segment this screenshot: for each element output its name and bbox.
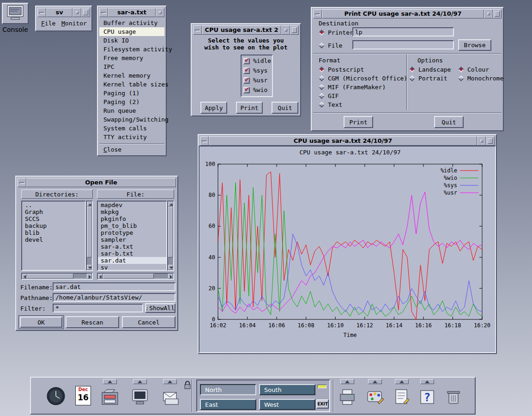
text-editor-icon[interactable] (392, 386, 412, 408)
showall-button[interactable]: ShowAll (145, 303, 175, 313)
option-landscape-diamond[interactable] (409, 67, 415, 73)
file-item[interactable]: pkginfo (98, 215, 166, 222)
file-item[interactable]: prototype (98, 229, 166, 236)
minimize-button[interactable] (477, 136, 486, 146)
directory-item[interactable]: blib (22, 229, 85, 236)
sv-titlebar[interactable]: sv (37, 8, 90, 17)
checkbox-sys-box[interactable] (243, 67, 250, 74)
print-dialog-titlebar[interactable]: Print CPU usage sar-a.txt 24/10/97 (313, 9, 502, 18)
style-manager-icon[interactable] (365, 386, 385, 408)
format-postscript[interactable]: Postscript (320, 66, 364, 73)
format-postscript-diamond[interactable] (319, 67, 325, 73)
directories-vscrollbar[interactable] (86, 201, 93, 271)
file-item[interactable]: sar-b.txt (98, 250, 166, 257)
menu-item-cpu-usage[interactable]: CPU usage (99, 27, 164, 36)
menu-item-buffer-activity[interactable]: Buffer activity (99, 18, 164, 27)
plot-window-titlebar[interactable]: CPU usage sar-a.txt 24/10/97 (200, 136, 495, 146)
window-menu-button[interactable] (313, 9, 322, 18)
file-item[interactable]: mkpkg (98, 208, 166, 215)
menu-item-kernel-table-sizes[interactable]: Kernel table sizes (99, 80, 164, 89)
printer-field[interactable] (352, 27, 454, 37)
directory-item[interactable]: .. (22, 202, 85, 208)
help-icon[interactable]: ? (417, 386, 437, 408)
file-item[interactable]: sv (98, 264, 166, 271)
printer-radio-diamond[interactable] (319, 30, 325, 36)
format-mif[interactable]: MIF (FrameMaker) (320, 84, 386, 91)
maximize-button[interactable] (493, 9, 502, 18)
scroll-thumb[interactable] (87, 207, 92, 257)
minimize-button[interactable] (281, 25, 290, 35)
scroll-down-arrow[interactable] (168, 265, 173, 270)
stat-menu-titlebar[interactable]: sar-a.txt (99, 8, 164, 17)
trash-icon[interactable] (443, 386, 464, 408)
window-menu-button[interactable] (37, 8, 46, 17)
scroll-thumb[interactable] (27, 274, 73, 279)
directory-item[interactable]: SCCS (22, 215, 85, 222)
window-menu-button[interactable] (193, 25, 202, 35)
scroll-thumb[interactable] (103, 274, 154, 279)
mail-icon[interactable] (160, 386, 180, 408)
file-radio[interactable]: File (320, 42, 342, 49)
workspace-north-button[interactable]: North (200, 384, 256, 395)
scroll-right-arrow[interactable] (87, 274, 92, 279)
menu-monitor[interactable]: Monitor (61, 20, 87, 27)
menu-file[interactable]: File (41, 20, 55, 27)
menu-item-kernel-memory[interactable]: Kernel memory (99, 71, 164, 80)
directory-item[interactable]: Graph (22, 208, 85, 215)
format-gif-diamond[interactable] (319, 93, 325, 99)
workspace-east-button[interactable]: East (200, 399, 256, 410)
option-portrait[interactable]: Portrait (410, 75, 447, 82)
maximize-button[interactable] (290, 25, 299, 35)
file-radio-diamond[interactable] (319, 43, 325, 49)
calendar-icon[interactable]: Dec 16 (75, 386, 91, 405)
menu-item-filesystem-activity[interactable]: Filesystem activity (99, 45, 164, 54)
checkbox-wio[interactable]: %wio (243, 86, 267, 93)
ok-button[interactable]: OK (20, 317, 62, 328)
values-dialog-titlebar[interactable]: CPU usage sar-a.txt 2 (193, 25, 299, 35)
checkbox-wio-box[interactable] (243, 87, 250, 93)
file-manager-icon[interactable] (100, 386, 120, 408)
file-item[interactable]: pm_to_blib (98, 222, 166, 229)
files-vscrollbar[interactable] (167, 201, 174, 271)
file-field[interactable] (352, 40, 454, 49)
option-monochrome-diamond[interactable] (458, 75, 464, 81)
open-file-titlebar[interactable]: Open File (18, 178, 176, 187)
browse-button[interactable]: Browse (458, 39, 491, 51)
menu-item-system-calls[interactable]: System calls (99, 124, 164, 133)
scroll-right-arrow[interactable] (168, 274, 173, 279)
checkbox-usr-box[interactable] (243, 77, 250, 84)
filename-field[interactable] (53, 282, 175, 291)
format-cgm-diamond[interactable] (319, 75, 325, 81)
terminal-launcher-icon[interactable] (130, 386, 150, 408)
checkbox-usr[interactable]: %usr (243, 77, 267, 84)
lock-icon[interactable] (182, 379, 193, 391)
file-item-selected[interactable]: sar.dat (98, 257, 166, 264)
files-hscrollbar[interactable] (97, 273, 174, 280)
print-button[interactable]: Print (236, 102, 263, 114)
window-menu-button[interactable] (99, 8, 108, 17)
directories-list[interactable]: .. Graph SCCS backup blib devel (21, 201, 86, 271)
file-item[interactable]: mapdev (98, 202, 166, 208)
print-dialog-print-button[interactable]: Print (344, 116, 373, 128)
menu-item-close[interactable]: Close (99, 145, 164, 154)
workspace-west-button[interactable]: West (259, 399, 315, 410)
format-text-diamond[interactable] (319, 102, 325, 108)
scroll-thumb[interactable] (168, 207, 173, 257)
format-text[interactable]: Text (320, 101, 342, 108)
clock-icon[interactable] (46, 385, 66, 407)
option-colour[interactable]: Colour (459, 66, 489, 73)
apply-button[interactable]: Apply (200, 102, 227, 114)
menu-item-paging-2[interactable]: Paging (2) (99, 98, 164, 106)
style-manager-subpanel-tab[interactable] (368, 379, 382, 384)
console-desktop-icon[interactable]: Console (0, 0, 32, 37)
directories-hscrollbar[interactable] (21, 273, 93, 280)
exit-button[interactable]: EXIT (316, 399, 329, 409)
minimize-button[interactable] (484, 9, 493, 18)
file-manager-subpanel-tab[interactable] (103, 379, 117, 384)
file-item[interactable]: sar-a.txt (98, 243, 166, 250)
checkbox-idle[interactable]: %idle (243, 57, 271, 64)
checkbox-idle-box[interactable] (243, 58, 250, 64)
help-subpanel-tab[interactable] (420, 379, 434, 384)
files-list[interactable]: mapdev mkpkg pkginfo pm_to_blib prototyp… (97, 201, 167, 271)
format-cgm[interactable]: CGM (Microsoft Office) (320, 75, 407, 82)
